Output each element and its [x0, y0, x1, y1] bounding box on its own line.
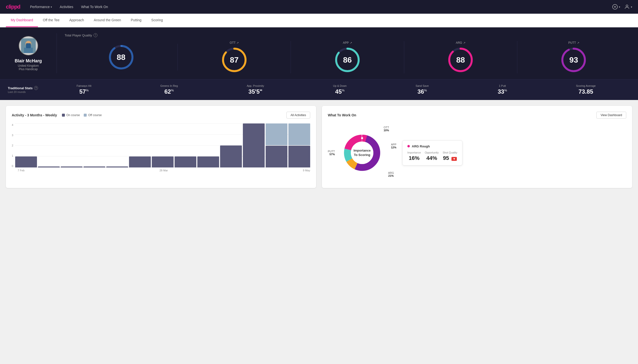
tab-scoring[interactable]: Scoring [146, 14, 168, 27]
arrow-up-icon: ↗ [237, 41, 239, 44]
app-label: APP ↗ [343, 41, 352, 44]
info-card-title: ARG Rough [407, 144, 457, 148]
bar-13-on [288, 146, 310, 168]
app-value: 86 [343, 56, 352, 64]
arg-value: 88 [456, 56, 465, 64]
hero-section: Blair McHarg United Kingdom Plus Handica… [0, 28, 638, 79]
bar-2 [38, 166, 60, 168]
bar-12-off [266, 124, 287, 145]
info-metric-opportunity: Opportunity 44% [425, 151, 439, 161]
ott-value: 87 [230, 56, 239, 64]
donut-label-app: APP 12% [391, 143, 396, 149]
bar-3 [61, 166, 83, 168]
tpq-ott: OTT ↗ 87 [178, 41, 291, 73]
chart-legend: On course Off course [62, 114, 102, 117]
donut-label-ott: OTT 10% [384, 126, 389, 132]
activity-card-title: Activity - 3 Months - Weekly [12, 113, 57, 117]
bar-chart: 0 1 2 3 4 [12, 124, 310, 172]
info-metric-importance: Importance 16% [407, 151, 421, 161]
info-dot [407, 145, 410, 148]
nav-what-to-work-on[interactable]: What To Work On [81, 5, 108, 9]
help-icon[interactable]: ? [34, 86, 38, 90]
bars-wrapper [15, 124, 310, 168]
arg-ring: 88 [447, 46, 474, 73]
stat-value: 36% [416, 88, 429, 95]
tpq-putt: PUTT ↗ 93 [517, 41, 630, 73]
wtwo-content: OTT 10% APP 12% ARG 21% PUTT [328, 124, 626, 182]
putt-value: 93 [569, 56, 578, 64]
bar-6 [129, 156, 151, 168]
tpq-arg: ARG ↗ 88 [404, 41, 517, 73]
stat-value: 33% [498, 88, 507, 95]
overall-ring: 88 [108, 44, 135, 71]
chevron-down-icon: ▾ [631, 6, 632, 8]
y-axis: 0 1 2 3 4 [12, 124, 15, 168]
stat-value: 73.85 [576, 88, 596, 95]
legend-off-course: Off course [84, 114, 102, 117]
tab-putting[interactable]: Putting [126, 14, 146, 27]
chevron-down-icon: ▾ [51, 6, 52, 8]
putt-label: PUTT ↗ [568, 41, 579, 44]
bar-5 [106, 166, 128, 168]
app-ring: 86 [334, 46, 361, 73]
wtwo-title: What To Work On [328, 113, 356, 117]
stats-items: Fairways Hit 57% Greens In Reg 62% App. … [42, 84, 630, 95]
top-navigation: clippd Performance ▾ Activities What To … [0, 0, 638, 14]
nav-performance[interactable]: Performance ▾ [30, 5, 52, 9]
tpq-overall: 88 [65, 44, 178, 71]
ott-ring: 87 [221, 46, 248, 73]
legend-on-course: On course [62, 114, 80, 117]
svg-point-3 [626, 5, 628, 7]
on-course-dot [62, 114, 65, 116]
arrow-up-icon: ↗ [577, 41, 579, 44]
player-info: Blair McHarg United Kingdom Plus Handica… [8, 33, 57, 73]
ott-label: OTT ↗ [230, 41, 239, 44]
nav-links: Performance ▾ Activities What To Work On [30, 5, 108, 9]
tab-my-dashboard[interactable]: My Dashboard [6, 14, 38, 27]
wtwo-card-header: What To Work On View Dashboard [328, 112, 626, 118]
nav-right-actions: ▾ ▾ [612, 4, 632, 10]
donut-label-putt: PUTT 57% [328, 150, 335, 156]
all-activities-button[interactable]: All Activities [286, 112, 310, 118]
x-axis-labels: 7 Feb 28 Mar 9 May [12, 169, 310, 172]
info-metrics: Importance 16% Opportunity 44% Shot Qual… [407, 151, 457, 161]
tab-around-the-green[interactable]: Around the Green [89, 14, 126, 27]
tab-off-the-tee[interactable]: Off the Tee [38, 14, 64, 27]
bar-8 [174, 156, 196, 168]
help-icon[interactable]: ? [94, 33, 97, 37]
tpq-circles: 88 OTT ↗ 87 AP [65, 41, 630, 73]
bar-12-on [266, 146, 287, 168]
view-dashboard-button[interactable]: View Dashboard [596, 112, 626, 118]
stat-up-down: Up & Down 45% [333, 84, 347, 95]
what-to-work-on-card: What To Work On View Dashboard OTT 10% A… [322, 106, 632, 188]
activity-card: Activity - 3 Months - Weekly On course O… [6, 106, 316, 188]
user-menu-button[interactable]: ▾ [624, 4, 632, 10]
arrow-up-icon: ↗ [350, 41, 352, 44]
app-logo[interactable]: clippd [6, 4, 20, 10]
stat-one-putt: 1 Putt 33% [498, 84, 507, 95]
svg-rect-8 [26, 43, 31, 48]
tpq-section: Total Player Quality ? 88 OTT [57, 33, 630, 73]
bar-11 [243, 124, 265, 168]
donut-center-label: Importance To Scoring [353, 148, 371, 157]
bar-4 [84, 166, 105, 168]
bar-7 [152, 156, 173, 168]
activity-card-header: Activity - 3 Months - Weekly On course O… [12, 112, 310, 118]
arrow-up-icon: ↗ [463, 41, 465, 44]
info-card: ARG Rough Importance 16% Opportunity 44%… [402, 140, 463, 166]
stat-greens-in-reg: Greens In Reg 62% [160, 84, 178, 95]
add-button[interactable]: ▾ [612, 4, 620, 10]
bar-10 [220, 146, 242, 168]
tab-approach[interactable]: Approach [64, 14, 89, 27]
stat-sand-save: Sand Save 36% [416, 84, 429, 95]
info-metric-shot-quality: Shot Quality 95 ▼ [443, 151, 457, 161]
stat-value: 35'5" [247, 88, 264, 95]
stat-fairways-hit: Fairways Hit 57% [77, 84, 92, 95]
off-course-dot [84, 114, 87, 116]
svg-point-25 [361, 137, 363, 139]
stat-value: 45% [333, 88, 347, 95]
bar-1 [15, 156, 37, 168]
player-handicap: Plus Handicap [19, 68, 38, 71]
nav-activities[interactable]: Activities [60, 5, 73, 9]
stat-value: 57% [77, 88, 92, 95]
